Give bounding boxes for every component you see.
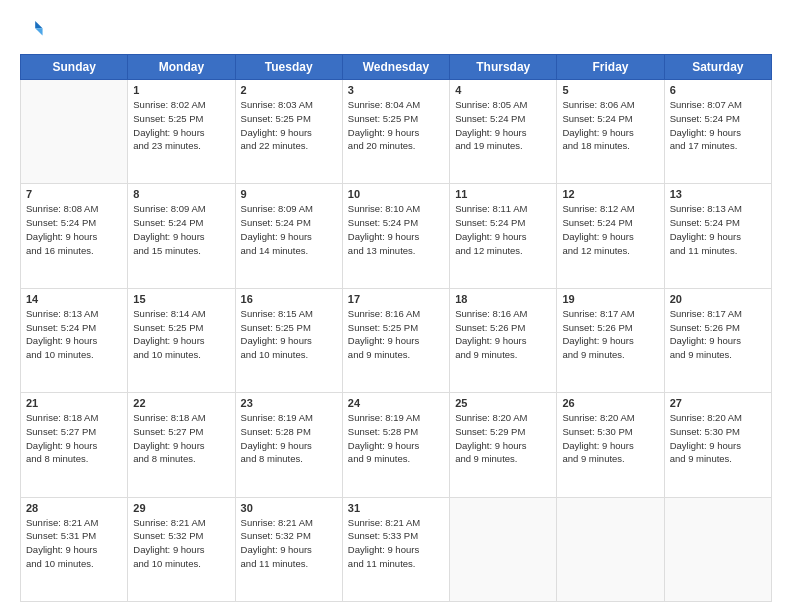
- day-number: 13: [670, 188, 766, 200]
- day-info: Sunrise: 8:20 AMSunset: 5:30 PMDaylight:…: [670, 411, 766, 466]
- day-number: 22: [133, 397, 229, 409]
- day-info: Sunrise: 8:13 AMSunset: 5:24 PMDaylight:…: [670, 202, 766, 257]
- day-info: Sunrise: 8:15 AMSunset: 5:25 PMDaylight:…: [241, 307, 337, 362]
- day-number: 21: [26, 397, 122, 409]
- calendar-cell: 11Sunrise: 8:11 AMSunset: 5:24 PMDayligh…: [450, 184, 557, 288]
- calendar-cell: 3Sunrise: 8:04 AMSunset: 5:25 PMDaylight…: [342, 80, 449, 184]
- calendar-cell: 5Sunrise: 8:06 AMSunset: 5:24 PMDaylight…: [557, 80, 664, 184]
- calendar-cell: 24Sunrise: 8:19 AMSunset: 5:28 PMDayligh…: [342, 393, 449, 497]
- day-number: 3: [348, 84, 444, 96]
- calendar-cell: 23Sunrise: 8:19 AMSunset: 5:28 PMDayligh…: [235, 393, 342, 497]
- day-info: Sunrise: 8:20 AMSunset: 5:30 PMDaylight:…: [562, 411, 658, 466]
- day-info: Sunrise: 8:14 AMSunset: 5:25 PMDaylight:…: [133, 307, 229, 362]
- calendar-cell: 31Sunrise: 8:21 AMSunset: 5:33 PMDayligh…: [342, 497, 449, 601]
- day-number: 8: [133, 188, 229, 200]
- day-number: 4: [455, 84, 551, 96]
- svg-marker-0: [35, 21, 42, 28]
- calendar-cell: 18Sunrise: 8:16 AMSunset: 5:26 PMDayligh…: [450, 288, 557, 392]
- day-number: 28: [26, 502, 122, 514]
- calendar-cell: 17Sunrise: 8:16 AMSunset: 5:25 PMDayligh…: [342, 288, 449, 392]
- calendar-cell: [450, 497, 557, 601]
- svg-marker-1: [35, 28, 42, 35]
- day-number: 11: [455, 188, 551, 200]
- day-info: Sunrise: 8:11 AMSunset: 5:24 PMDaylight:…: [455, 202, 551, 257]
- calendar-cell: 12Sunrise: 8:12 AMSunset: 5:24 PMDayligh…: [557, 184, 664, 288]
- calendar-cell: 4Sunrise: 8:05 AMSunset: 5:24 PMDaylight…: [450, 80, 557, 184]
- logo: [20, 18, 46, 44]
- calendar-cell: 15Sunrise: 8:14 AMSunset: 5:25 PMDayligh…: [128, 288, 235, 392]
- calendar-cell: 13Sunrise: 8:13 AMSunset: 5:24 PMDayligh…: [664, 184, 771, 288]
- day-number: 26: [562, 397, 658, 409]
- day-number: 6: [670, 84, 766, 96]
- calendar-cell: 26Sunrise: 8:20 AMSunset: 5:30 PMDayligh…: [557, 393, 664, 497]
- day-number: 2: [241, 84, 337, 96]
- day-number: 29: [133, 502, 229, 514]
- day-info: Sunrise: 8:16 AMSunset: 5:26 PMDaylight:…: [455, 307, 551, 362]
- calendar-cell: 1Sunrise: 8:02 AMSunset: 5:25 PMDaylight…: [128, 80, 235, 184]
- day-number: 31: [348, 502, 444, 514]
- day-info: Sunrise: 8:21 AMSunset: 5:33 PMDaylight:…: [348, 516, 444, 571]
- day-info: Sunrise: 8:07 AMSunset: 5:24 PMDaylight:…: [670, 98, 766, 153]
- calendar-cell: 25Sunrise: 8:20 AMSunset: 5:29 PMDayligh…: [450, 393, 557, 497]
- day-info: Sunrise: 8:21 AMSunset: 5:31 PMDaylight:…: [26, 516, 122, 571]
- calendar-cell: 29Sunrise: 8:21 AMSunset: 5:32 PMDayligh…: [128, 497, 235, 601]
- weekday-thursday: Thursday: [450, 55, 557, 80]
- day-info: Sunrise: 8:18 AMSunset: 5:27 PMDaylight:…: [133, 411, 229, 466]
- day-info: Sunrise: 8:12 AMSunset: 5:24 PMDaylight:…: [562, 202, 658, 257]
- day-number: 25: [455, 397, 551, 409]
- day-info: Sunrise: 8:21 AMSunset: 5:32 PMDaylight:…: [241, 516, 337, 571]
- day-info: Sunrise: 8:17 AMSunset: 5:26 PMDaylight:…: [562, 307, 658, 362]
- calendar-cell: 16Sunrise: 8:15 AMSunset: 5:25 PMDayligh…: [235, 288, 342, 392]
- day-number: 16: [241, 293, 337, 305]
- day-info: Sunrise: 8:08 AMSunset: 5:24 PMDaylight:…: [26, 202, 122, 257]
- week-row-4: 28Sunrise: 8:21 AMSunset: 5:31 PMDayligh…: [21, 497, 772, 601]
- calendar-cell: 14Sunrise: 8:13 AMSunset: 5:24 PMDayligh…: [21, 288, 128, 392]
- day-info: Sunrise: 8:09 AMSunset: 5:24 PMDaylight:…: [241, 202, 337, 257]
- calendar-cell: 22Sunrise: 8:18 AMSunset: 5:27 PMDayligh…: [128, 393, 235, 497]
- week-row-3: 21Sunrise: 8:18 AMSunset: 5:27 PMDayligh…: [21, 393, 772, 497]
- day-info: Sunrise: 8:21 AMSunset: 5:32 PMDaylight:…: [133, 516, 229, 571]
- day-number: 5: [562, 84, 658, 96]
- calendar-cell: [664, 497, 771, 601]
- week-row-1: 7Sunrise: 8:08 AMSunset: 5:24 PMDaylight…: [21, 184, 772, 288]
- weekday-header-row: SundayMondayTuesdayWednesdayThursdayFrid…: [21, 55, 772, 80]
- day-info: Sunrise: 8:13 AMSunset: 5:24 PMDaylight:…: [26, 307, 122, 362]
- calendar-cell: 6Sunrise: 8:07 AMSunset: 5:24 PMDaylight…: [664, 80, 771, 184]
- day-number: 10: [348, 188, 444, 200]
- calendar-cell: 7Sunrise: 8:08 AMSunset: 5:24 PMDaylight…: [21, 184, 128, 288]
- day-number: 9: [241, 188, 337, 200]
- calendar-cell: 20Sunrise: 8:17 AMSunset: 5:26 PMDayligh…: [664, 288, 771, 392]
- day-info: Sunrise: 8:19 AMSunset: 5:28 PMDaylight:…: [348, 411, 444, 466]
- day-info: Sunrise: 8:19 AMSunset: 5:28 PMDaylight:…: [241, 411, 337, 466]
- calendar-cell: 28Sunrise: 8:21 AMSunset: 5:31 PMDayligh…: [21, 497, 128, 601]
- day-number: 23: [241, 397, 337, 409]
- day-number: 14: [26, 293, 122, 305]
- day-info: Sunrise: 8:04 AMSunset: 5:25 PMDaylight:…: [348, 98, 444, 153]
- calendar-cell: 2Sunrise: 8:03 AMSunset: 5:25 PMDaylight…: [235, 80, 342, 184]
- day-number: 15: [133, 293, 229, 305]
- day-number: 19: [562, 293, 658, 305]
- weekday-monday: Monday: [128, 55, 235, 80]
- weekday-saturday: Saturday: [664, 55, 771, 80]
- weekday-wednesday: Wednesday: [342, 55, 449, 80]
- day-number: 24: [348, 397, 444, 409]
- day-info: Sunrise: 8:17 AMSunset: 5:26 PMDaylight:…: [670, 307, 766, 362]
- header: [20, 18, 772, 44]
- day-info: Sunrise: 8:06 AMSunset: 5:24 PMDaylight:…: [562, 98, 658, 153]
- calendar-cell: 30Sunrise: 8:21 AMSunset: 5:32 PMDayligh…: [235, 497, 342, 601]
- calendar-cell: 8Sunrise: 8:09 AMSunset: 5:24 PMDaylight…: [128, 184, 235, 288]
- day-number: 18: [455, 293, 551, 305]
- day-info: Sunrise: 8:03 AMSunset: 5:25 PMDaylight:…: [241, 98, 337, 153]
- day-number: 20: [670, 293, 766, 305]
- day-number: 1: [133, 84, 229, 96]
- week-row-0: 1Sunrise: 8:02 AMSunset: 5:25 PMDaylight…: [21, 80, 772, 184]
- weekday-friday: Friday: [557, 55, 664, 80]
- calendar-table: SundayMondayTuesdayWednesdayThursdayFrid…: [20, 54, 772, 602]
- day-number: 12: [562, 188, 658, 200]
- calendar-cell: 19Sunrise: 8:17 AMSunset: 5:26 PMDayligh…: [557, 288, 664, 392]
- day-info: Sunrise: 8:20 AMSunset: 5:29 PMDaylight:…: [455, 411, 551, 466]
- calendar-cell: [21, 80, 128, 184]
- day-number: 30: [241, 502, 337, 514]
- calendar-cell: [557, 497, 664, 601]
- day-info: Sunrise: 8:09 AMSunset: 5:24 PMDaylight:…: [133, 202, 229, 257]
